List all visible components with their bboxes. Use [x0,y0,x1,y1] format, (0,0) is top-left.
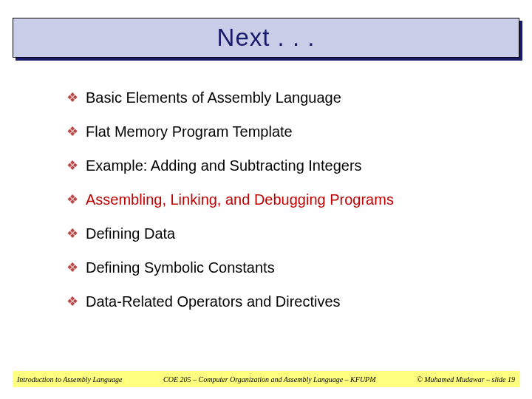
list-item: ❖Defining Data [66,225,495,242]
list-item-text: Assembling, Linking, and Debugging Progr… [86,191,394,208]
list-item-text: Data-Related Operators and Directives [86,293,341,310]
list-item: ❖Data-Related Operators and Directives [66,293,495,310]
footer-bar: Introduction to Assembly Language COE 20… [13,371,519,387]
diamond-bullet-icon: ❖ [66,259,78,276]
diamond-bullet-icon: ❖ [66,157,78,174]
diamond-bullet-icon: ❖ [66,225,78,242]
slide-title: Next . . . [217,24,316,52]
list-item-text: Flat Memory Program Template [86,123,293,140]
list-item: ❖Flat Memory Program Template [66,123,495,140]
list-item: ❖Example: Adding and Subtracting Integer… [66,157,495,174]
title-bar: Next . . . [13,18,519,58]
diamond-bullet-icon: ❖ [66,191,78,208]
diamond-bullet-icon: ❖ [66,293,78,310]
list-item-text: Defining Data [86,225,175,242]
footer-left: Introduction to Assembly Language [17,375,123,383]
list-item: ❖Basic Elements of Assembly Language [66,89,495,106]
footer-center: COE 205 – Computer Organization and Asse… [123,375,417,383]
list-item-text: Basic Elements of Assembly Language [86,89,341,106]
footer-right: © Muhamed Mudawar – slide 19 [417,375,515,383]
content-list: ❖Basic Elements of Assembly Language❖Fla… [66,89,495,327]
diamond-bullet-icon: ❖ [66,89,78,106]
list-item: ❖Assembling, Linking, and Debugging Prog… [66,191,495,208]
list-item: ❖Defining Symbolic Constants [66,259,495,276]
diamond-bullet-icon: ❖ [66,123,78,140]
list-item-text: Example: Adding and Subtracting Integers [86,157,362,174]
list-item-text: Defining Symbolic Constants [86,259,275,276]
